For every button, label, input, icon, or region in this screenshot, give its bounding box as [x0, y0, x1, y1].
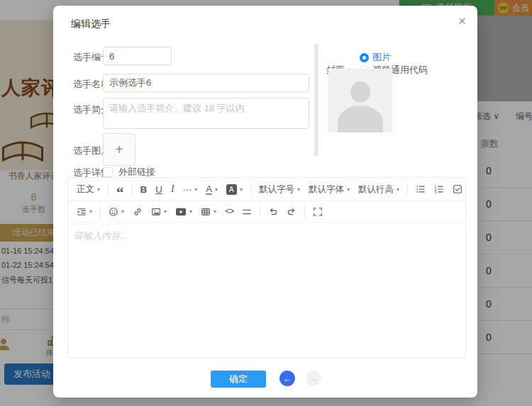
- redo-icon: [287, 207, 297, 217]
- editor-bg-color-button[interactable]: A▾: [222, 178, 247, 201]
- bg-color-glyph: A: [226, 184, 237, 195]
- arrow-right-icon: →: [309, 373, 318, 384]
- chevron-down-icon: ▾: [347, 186, 350, 193]
- toolbar-separator: [260, 205, 260, 218]
- image-upload-button[interactable]: +: [103, 133, 135, 166]
- link-icon: [133, 207, 143, 217]
- paragraph-format-glyph: 正文: [77, 184, 94, 196]
- editor-font-family-button[interactable]: 默认字体▾: [304, 178, 354, 201]
- contestant-name-input[interactable]: [103, 74, 309, 92]
- editor-video-button[interactable]: ▾: [171, 201, 196, 222]
- chevron-down-icon: ▾: [240, 186, 243, 193]
- chevron-down-icon: ▾: [97, 186, 100, 193]
- font-size-glyph: 默认字号: [259, 184, 294, 196]
- editor-italic-button[interactable]: I: [167, 178, 179, 201]
- editor-bold-button[interactable]: B: [136, 178, 152, 201]
- next-contestant-button[interactable]: →: [306, 371, 321, 386]
- avatar-placeholder-head: [350, 81, 370, 103]
- indent-icon: [77, 207, 87, 217]
- chevron-down-icon: ▾: [215, 186, 218, 193]
- contestant-number-input[interactable]: [103, 47, 172, 65]
- font-color-glyph: A: [206, 184, 212, 195]
- editor-content-area[interactable]: 请输入内容...: [68, 222, 465, 357]
- editor-table-button[interactable]: ▾: [196, 201, 221, 222]
- image-icon: [151, 207, 161, 217]
- italic-glyph: I: [171, 184, 174, 195]
- previous-contestant-button[interactable]: ←: [279, 371, 295, 386]
- table-icon: [201, 207, 211, 217]
- undo-icon: [268, 207, 278, 217]
- close-icon[interactable]: ×: [458, 14, 466, 28]
- chevron-down-icon: ▾: [194, 186, 197, 193]
- editor-font-color-button[interactable]: A▾: [201, 178, 222, 201]
- chevron-down-icon: ▾: [164, 208, 167, 215]
- confirm-button[interactable]: 确定: [211, 371, 266, 388]
- toolbar-separator: [100, 205, 101, 218]
- editor-ordered-list-button[interactable]: 123: [430, 178, 448, 201]
- more-style-glyph: ⋯: [183, 184, 192, 195]
- editor-divider-button[interactable]: [238, 201, 256, 222]
- arrow-left-icon: ←: [283, 373, 292, 384]
- ordered-list-icon: 123: [434, 184, 444, 194]
- editor-paragraph-format-button[interactable]: 正文▾: [72, 178, 104, 201]
- svg-text:3: 3: [435, 191, 437, 194]
- font-family-glyph: 默认字体: [309, 184, 344, 196]
- cover-option-1[interactable]: 图片: [360, 51, 428, 64]
- chevron-down-icon: ▾: [189, 208, 192, 215]
- editor-font-size-button[interactable]: 默认字号▾: [255, 178, 304, 201]
- editor-fullscreen-button[interactable]: [309, 201, 327, 222]
- form-scrollbar[interactable]: [314, 44, 318, 156]
- chevron-down-icon: ▾: [89, 208, 92, 215]
- toolbar-separator: [108, 184, 109, 196]
- chevron-down-icon: ▾: [297, 186, 300, 193]
- editor-line-height-button[interactable]: 默认行高▾: [354, 178, 404, 201]
- editor-toolbar: 正文▾“BUI⋯▾A▾A▾默认字号▾默认字体▾默认行高▾123▾▾▾▾▾▾<>: [68, 178, 465, 222]
- editor-link-button[interactable]: [128, 201, 147, 222]
- todo-list-icon: [453, 184, 462, 194]
- cover-image-preview[interactable]: [328, 69, 392, 132]
- chevron-down-icon: ▾: [121, 208, 124, 215]
- toolbar-separator: [407, 184, 408, 196]
- editor-more-style-button[interactable]: ⋯▾: [179, 178, 202, 201]
- divider-icon: [242, 207, 252, 217]
- code-block-glyph: <>: [225, 207, 233, 217]
- bold-glyph: B: [140, 184, 148, 195]
- editor-redo-button[interactable]: [282, 201, 301, 222]
- edit-contestant-modal: 编辑选手 × 选手编号 选手名称 选手简介 选手图片 + 选手详情 外部链接 封…: [53, 6, 477, 397]
- video-icon: [175, 207, 187, 217]
- fullscreen-icon: [313, 207, 323, 217]
- rich-text-editor: 正文▾“BUI⋯▾A▾A▾默认字号▾默认字体▾默认行高▾123▾▾▾▾▾▾<> …: [67, 177, 466, 358]
- editor-underline-button[interactable]: U: [151, 178, 167, 201]
- editor-emoji-button[interactable]: ▾: [104, 201, 128, 222]
- avatar-placeholder-body: [338, 106, 383, 132]
- editor-undo-button[interactable]: [264, 201, 282, 222]
- bullet-list-icon: [416, 184, 426, 194]
- line-height-glyph: 默认行高: [358, 184, 394, 196]
- editor-placeholder: 请输入内容...: [74, 230, 128, 241]
- blockquote-glyph: “: [116, 189, 124, 196]
- toolbar-separator: [304, 205, 305, 218]
- editor-todo-list-button[interactable]: [448, 178, 465, 201]
- toolbar-separator: [132, 184, 133, 196]
- emoji-icon: [109, 207, 118, 217]
- chevron-down-icon: ▾: [214, 208, 216, 215]
- editor-bullet-list-button[interactable]: [411, 178, 430, 201]
- editor-indent-button[interactable]: ▾: [72, 201, 96, 222]
- editor-blockquote-button[interactable]: “: [112, 178, 128, 201]
- plus-icon: +: [115, 142, 123, 158]
- toolbar-separator: [250, 184, 251, 196]
- contestant-intro-textarea[interactable]: [103, 98, 309, 129]
- checkbox-icon: [103, 167, 113, 177]
- editor-code-block-button[interactable]: <>: [221, 201, 238, 222]
- editor-image-button[interactable]: ▾: [147, 201, 171, 222]
- cover-option-label: 图片: [372, 51, 391, 64]
- underline-glyph: U: [155, 184, 162, 195]
- modal-title: 编辑选手: [71, 18, 111, 30]
- chevron-down-icon: ▾: [397, 186, 399, 193]
- radio-icon: [360, 53, 369, 62]
